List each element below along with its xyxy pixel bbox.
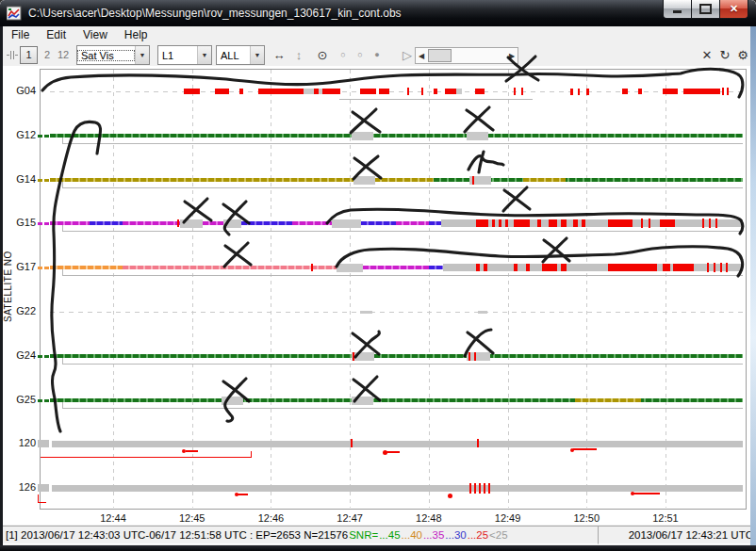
data-segment xyxy=(339,99,533,100)
window-border-bottom xyxy=(0,545,756,551)
window-border-right xyxy=(750,26,756,545)
menu-edit[interactable]: Edit xyxy=(38,28,74,41)
show-marker-icon[interactable]: ● xyxy=(369,43,386,66)
snr-level: ...35 xyxy=(423,529,444,541)
plot-type-select[interactable]: Sat Vis ▼ xyxy=(76,45,150,65)
plot2-button[interactable]: 2 xyxy=(41,43,54,66)
data-segment xyxy=(180,219,203,228)
data-segment xyxy=(561,219,567,227)
data-segment xyxy=(352,352,374,361)
sat-label: 126 xyxy=(0,481,36,493)
data-segment xyxy=(467,132,488,140)
menu-bar: File Edit View Help xyxy=(3,26,750,43)
data-segment xyxy=(62,364,743,365)
plot-area: SATELLITE NO 12:4412:4512:4612:4712:4812… xyxy=(0,66,756,525)
status-left-panel: [1] 2013/06/17 12:43:03 UTC-06/17 12:51:… xyxy=(2,526,599,544)
data-segment xyxy=(44,222,49,225)
data-segment xyxy=(709,219,711,228)
data-segment xyxy=(62,187,743,188)
data-segment xyxy=(570,89,573,95)
data-segment xyxy=(499,219,501,227)
menu-file[interactable]: File xyxy=(3,28,38,41)
data-segment xyxy=(241,221,292,225)
clear-icon[interactable]: ✕ xyxy=(698,43,715,66)
fix-vertical-icon[interactable]: ○ xyxy=(352,43,369,66)
data-segment xyxy=(258,89,304,94)
title-bar[interactable]: C:\Users\acer\Desktop\Messungen\rov_mess… xyxy=(0,0,756,26)
data-segment xyxy=(663,264,670,271)
plot1-button[interactable]: 1 xyxy=(20,46,38,64)
data-segment xyxy=(573,448,597,450)
data-segment xyxy=(663,89,678,94)
data-segment xyxy=(38,355,42,358)
scrollbar-thumb[interactable] xyxy=(428,49,452,62)
close-button[interactable]: ✕ xyxy=(720,0,748,19)
data-segment xyxy=(514,264,518,271)
time-tick-label: 12:46 xyxy=(252,512,289,524)
data-segment xyxy=(608,219,633,227)
fix-horizontal-icon[interactable]: ○ xyxy=(335,43,352,66)
data-segment xyxy=(479,483,481,494)
data-segment xyxy=(50,178,434,182)
maximize-button[interactable] xyxy=(692,0,720,19)
data-segment xyxy=(622,89,628,94)
data-segment xyxy=(475,89,485,94)
fit-vertical-icon[interactable]: ↕ xyxy=(290,43,307,66)
data-segment xyxy=(514,219,530,227)
data-segment xyxy=(184,89,200,94)
data-segment xyxy=(215,89,229,94)
scroll-right-icon[interactable]: ▶ xyxy=(506,52,518,60)
sat-label: G15 xyxy=(0,217,36,228)
status-bar: [1] 2013/06/17 12:43:03 UTC-06/17 12:51:… xyxy=(0,525,756,545)
data-segment xyxy=(52,485,743,492)
data-segment xyxy=(41,457,252,458)
app-icon xyxy=(7,6,22,21)
data-segment xyxy=(633,493,660,494)
data-segment xyxy=(641,219,643,228)
scroll-left-icon[interactable]: ◀ xyxy=(416,52,427,60)
data-segment xyxy=(239,89,243,94)
window-border-left xyxy=(0,26,3,545)
sat-label: G24 xyxy=(0,349,36,361)
toolbar-grip-icon[interactable] xyxy=(7,43,18,66)
data-segment xyxy=(549,219,557,227)
data-segment xyxy=(62,231,743,232)
data-segment xyxy=(542,264,557,271)
data-segment xyxy=(38,222,42,225)
data-segment xyxy=(62,275,743,276)
plot12-button[interactable]: 12 xyxy=(55,43,72,66)
fit-horizontal-icon[interactable]: ↔ xyxy=(271,43,288,66)
data-segment xyxy=(44,179,49,182)
window-title: C:\Users\acer\Desktop\Messungen\rov_mess… xyxy=(28,7,402,20)
time-scrollbar[interactable]: ◀ ▶ xyxy=(415,47,518,64)
frequency-select[interactable]: L1 ▼ xyxy=(157,45,212,65)
animate-icon[interactable]: ▷ xyxy=(399,43,416,66)
sat-label: G22 xyxy=(0,305,36,316)
caption-buttons: ✕ xyxy=(663,0,748,18)
data-segment xyxy=(222,397,243,405)
sat-label: G17 xyxy=(0,261,36,272)
data-segment xyxy=(407,88,409,95)
data-segment xyxy=(353,176,375,185)
data-segment xyxy=(476,219,488,227)
data-segment xyxy=(386,451,400,453)
status-summary: [1] 2013/06/17 12:43:03 UTC-06/17 12:51:… xyxy=(6,529,348,541)
data-segment xyxy=(203,221,223,225)
fix-center-icon[interactable]: ⊙ xyxy=(314,43,331,66)
options-gear-icon[interactable]: ⚙ xyxy=(734,43,751,66)
data-segment xyxy=(50,221,90,225)
data-segment xyxy=(537,219,541,227)
data-segment xyxy=(304,89,314,94)
app-window: C:\Users\acer\Desktop\Messungen\rov_mess… xyxy=(0,0,756,551)
time-tick-label: 12:47 xyxy=(331,512,369,524)
satellite-select[interactable]: ALL ▼ xyxy=(216,45,265,65)
menu-view[interactable]: View xyxy=(74,28,116,41)
data-segment xyxy=(456,89,462,94)
minimize-button[interactable] xyxy=(663,0,692,19)
menu-help[interactable]: Help xyxy=(116,28,156,41)
data-segment xyxy=(363,266,429,269)
data-segment xyxy=(361,221,396,225)
refresh-icon[interactable]: ↻ xyxy=(716,43,733,66)
data-segment xyxy=(38,135,42,138)
data-segment xyxy=(352,132,373,140)
